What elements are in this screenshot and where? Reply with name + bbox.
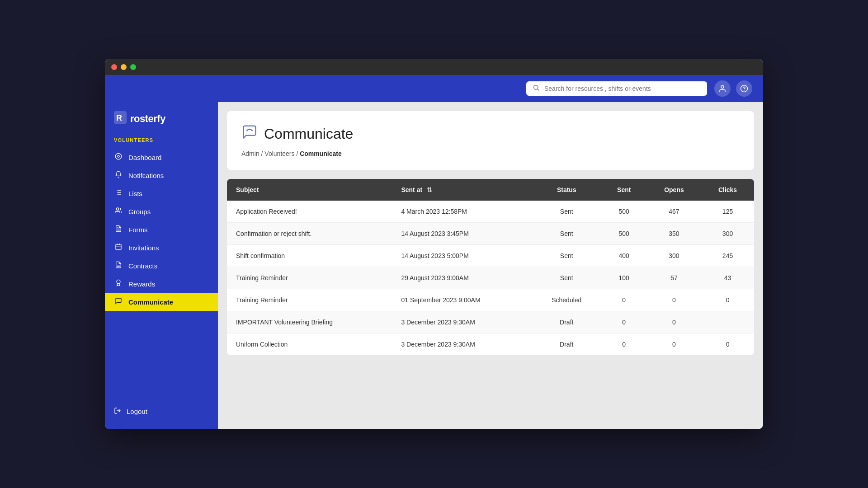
logo-icon: R (114, 111, 127, 127)
table-body: Application Received! 4 March 2023 12:58… (227, 201, 754, 355)
cell-status: Draft (532, 333, 601, 356)
breadcrumb: Admin / Volunteers / Communicate (241, 150, 740, 157)
sidebar-label-invitations: Invitations (128, 244, 159, 252)
table-row[interactable]: Shift confirmation 14 August 2023 5:00PM… (227, 245, 754, 267)
cell-sent: 100 (601, 267, 647, 289)
cell-sent: 0 (601, 333, 647, 356)
table-row[interactable]: Training Reminder 01 September 2023 9:00… (227, 289, 754, 311)
cell-opens: 0 (647, 289, 701, 311)
svg-point-8 (118, 155, 119, 157)
svg-point-24 (117, 280, 120, 283)
cell-clicks: 125 (701, 201, 754, 223)
sidebar-item-contracts[interactable]: Contracts (105, 257, 218, 275)
table-row[interactable]: IMPORTANT Volunteering Briefing 3 Decemb… (227, 311, 754, 333)
communicate-icon (114, 297, 123, 306)
sidebar-item-dashboard[interactable]: Dashboard (105, 148, 218, 166)
col-status: Status (532, 179, 601, 201)
table-row[interactable]: Uniform Collection 3 December 2023 9:30A… (227, 333, 754, 356)
maximize-button[interactable] (130, 64, 136, 70)
contracts-icon (114, 261, 123, 270)
sidebar-label-lists: Lists (128, 190, 142, 197)
cell-sent-at: 14 August 2023 3:45PM (392, 223, 532, 245)
cell-sent: 0 (601, 289, 647, 311)
col-sent: Sent (601, 179, 647, 201)
sidebar-item-rewards[interactable]: Rewards (105, 275, 218, 293)
cell-opens: 0 (647, 311, 701, 333)
sidebar-label-communicate: Communicate (128, 298, 173, 306)
logo-text: rosterfy (130, 113, 165, 125)
cell-sent-at: 3 December 2023 9:30AM (392, 333, 532, 356)
search-icon (533, 84, 540, 93)
breadcrumb-section: Volunteers (264, 150, 294, 157)
page-title: Communicate (264, 126, 353, 142)
cell-sent: 500 (601, 201, 647, 223)
lists-icon (114, 189, 123, 198)
content-area: Communicate Admin / Volunteers / Communi… (218, 102, 763, 429)
communicate-table: Subject Sent at ⇅ Status Sent Opens Clic… (227, 179, 754, 355)
table-row[interactable]: Application Received! 4 March 2023 12:58… (227, 201, 754, 223)
dashboard-icon (114, 153, 123, 162)
cell-subject: Training Reminder (227, 289, 392, 311)
sidebar-item-notifications[interactable]: Notifcations (105, 166, 218, 184)
table-header-row: Subject Sent at ⇅ Status Sent Opens Clic… (227, 179, 754, 201)
sidebar-label-notifications: Notifcations (128, 172, 164, 179)
logout-icon (114, 407, 121, 416)
cell-opens: 350 (647, 223, 701, 245)
logout-label: Logout (127, 408, 147, 415)
cell-status: Sent (532, 201, 601, 223)
cell-clicks (701, 311, 754, 333)
cell-status: Sent (532, 267, 601, 289)
rewards-icon (114, 279, 123, 288)
table-row[interactable]: Confirmation or reject shift. 14 August … (227, 223, 754, 245)
mac-titlebar (105, 59, 763, 75)
table-row[interactable]: Training Reminder 29 August 2023 9:00AM … (227, 267, 754, 289)
cell-status: Sent (532, 223, 601, 245)
sidebar-label-rewards: Rewards (128, 280, 155, 288)
cell-subject: Uniform Collection (227, 333, 392, 356)
topbar-icons (714, 80, 752, 97)
logo-area: R rosterfy (105, 111, 218, 137)
cell-opens: 57 (647, 267, 701, 289)
page-title-row: Communicate (241, 124, 740, 144)
user-profile-button[interactable] (714, 80, 731, 97)
cell-sent: 500 (601, 223, 647, 245)
col-opens: Opens (647, 179, 701, 201)
svg-line-1 (538, 89, 539, 90)
sidebar-label-groups: Groups (128, 208, 151, 216)
sidebar-item-lists[interactable]: Lists (105, 184, 218, 202)
forms-icon (114, 225, 123, 234)
search-container[interactable] (526, 81, 707, 96)
cell-sent-at: 29 August 2023 9:00AM (392, 267, 532, 289)
help-button[interactable] (736, 80, 752, 97)
svg-rect-18 (116, 244, 121, 250)
notifications-icon (114, 171, 123, 180)
breadcrumb-admin: Admin (241, 150, 259, 157)
sidebar-item-forms[interactable]: Forms (105, 221, 218, 239)
logout-button[interactable]: Logout (105, 403, 218, 420)
svg-point-7 (115, 153, 121, 159)
cell-clicks: 300 (701, 223, 754, 245)
sidebar-item-communicate[interactable]: Communicate (105, 293, 218, 311)
cell-subject: Shift confirmation (227, 245, 392, 267)
cell-sent: 400 (601, 245, 647, 267)
page-title-icon (241, 124, 258, 144)
sort-icon: ⇅ (427, 186, 432, 193)
close-button[interactable] (111, 64, 117, 70)
search-input[interactable] (544, 85, 701, 92)
minimize-button[interactable] (121, 64, 127, 70)
cell-subject: IMPORTANT Volunteering Briefing (227, 311, 392, 333)
cell-status: Draft (532, 311, 601, 333)
cell-clicks: 0 (701, 289, 754, 311)
sidebar: R rosterfy VOLUNTEERS Dashboard (105, 102, 218, 429)
col-sent-at[interactable]: Sent at ⇅ (392, 179, 532, 201)
invitations-icon (114, 243, 123, 252)
cell-status: Scheduled (532, 289, 601, 311)
breadcrumb-current: Communicate (300, 150, 342, 157)
svg-point-2 (721, 85, 724, 88)
cell-status: Sent (532, 245, 601, 267)
mac-window: R rosterfy VOLUNTEERS Dashboard (105, 59, 763, 429)
sidebar-item-invitations[interactable]: Invitations (105, 239, 218, 257)
cell-sent-at: 3 December 2023 9:30AM (392, 311, 532, 333)
cell-sent-at: 14 August 2023 5:00PM (392, 245, 532, 267)
sidebar-item-groups[interactable]: Groups (105, 202, 218, 221)
